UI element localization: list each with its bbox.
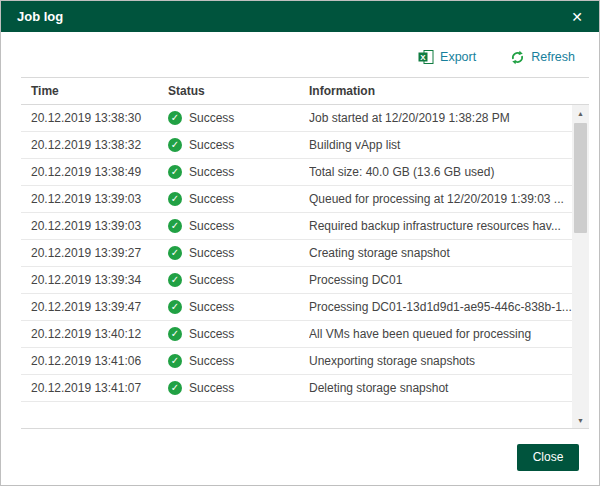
log-info: Processing DC01-13d1d9d1-ae95-446c-838b-… bbox=[309, 300, 572, 314]
log-status: ✓ Success bbox=[168, 111, 309, 125]
table-body: 20.12.2019 13:38:30 ✓ Success Job starte… bbox=[21, 105, 572, 428]
dialog-footer: Close bbox=[1, 429, 599, 485]
scroll-down-icon[interactable]: ▼ bbox=[572, 412, 589, 428]
excel-icon: X bbox=[418, 49, 434, 65]
success-icon: ✓ bbox=[168, 192, 182, 206]
status-label: Success bbox=[189, 165, 234, 179]
log-time: 20.12.2019 13:39:34 bbox=[21, 273, 168, 287]
log-info: All VMs have been queued for processing bbox=[309, 327, 572, 341]
refresh-icon bbox=[510, 50, 525, 65]
log-status: ✓ Success bbox=[168, 381, 309, 395]
log-status: ✓ Success bbox=[168, 165, 309, 179]
status-label: Success bbox=[189, 381, 234, 395]
log-info: Job started at 12/20/2019 1:38:28 PM bbox=[309, 111, 572, 125]
refresh-label: Refresh bbox=[531, 50, 575, 64]
success-icon: ✓ bbox=[168, 111, 182, 125]
log-info: Total size: 40.0 GB (13.6 GB used) bbox=[309, 165, 572, 179]
success-icon: ✓ bbox=[168, 219, 182, 233]
table-row[interactable]: 20.12.2019 13:38:32 ✓ Success Building v… bbox=[21, 132, 572, 159]
success-icon: ✓ bbox=[168, 300, 182, 314]
success-icon: ✓ bbox=[168, 381, 182, 395]
log-info: Required backup infrastructure resources… bbox=[309, 219, 572, 233]
log-time: 20.12.2019 13:40:12 bbox=[21, 327, 168, 341]
log-status: ✓ Success bbox=[168, 327, 309, 341]
log-time: 20.12.2019 13:38:49 bbox=[21, 165, 168, 179]
status-label: Success bbox=[189, 354, 234, 368]
column-header-information: Information bbox=[309, 84, 572, 98]
status-label: Success bbox=[189, 327, 234, 341]
table-row[interactable]: 20.12.2019 13:39:27 ✓ Success Creating s… bbox=[21, 240, 572, 267]
table-row[interactable]: 20.12.2019 13:38:49 ✓ Success Total size… bbox=[21, 159, 572, 186]
table-row[interactable]: 20.12.2019 13:40:12 ✓ Success All VMs ha… bbox=[21, 321, 572, 348]
log-time: 20.12.2019 13:38:32 bbox=[21, 138, 168, 152]
success-icon: ✓ bbox=[168, 327, 182, 341]
log-status: ✓ Success bbox=[168, 192, 309, 206]
column-header-time: Time bbox=[21, 84, 168, 98]
success-icon: ✓ bbox=[168, 165, 182, 179]
status-label: Success bbox=[189, 138, 234, 152]
status-label: Success bbox=[189, 219, 234, 233]
status-label: Success bbox=[189, 246, 234, 260]
log-time: 20.12.2019 13:38:30 bbox=[21, 111, 168, 125]
log-status: ✓ Success bbox=[168, 219, 309, 233]
log-status: ✓ Success bbox=[168, 138, 309, 152]
close-icon[interactable]: ✕ bbox=[567, 8, 587, 26]
log-time: 20.12.2019 13:39:27 bbox=[21, 246, 168, 260]
success-icon: ✓ bbox=[168, 246, 182, 260]
table-row[interactable]: 20.12.2019 13:41:07 ✓ Success Deleting s… bbox=[21, 375, 572, 402]
log-info: Creating storage snapshot bbox=[309, 246, 572, 260]
scroll-up-icon[interactable]: ▲ bbox=[572, 105, 589, 121]
table-header-row: Time Status Information bbox=[21, 78, 589, 105]
scrollbar-thumb[interactable] bbox=[574, 123, 587, 233]
status-label: Success bbox=[189, 192, 234, 206]
svg-text:X: X bbox=[420, 53, 426, 62]
log-time: 20.12.2019 13:41:07 bbox=[21, 381, 168, 395]
log-table: Time Status Information 20.12.2019 13:38… bbox=[21, 77, 589, 429]
success-icon: ✓ bbox=[168, 273, 182, 287]
log-status: ✓ Success bbox=[168, 246, 309, 260]
table-row[interactable]: 20.12.2019 13:41:06 ✓ Success Unexportin… bbox=[21, 348, 572, 375]
success-icon: ✓ bbox=[168, 138, 182, 152]
log-time: 20.12.2019 13:39:03 bbox=[21, 219, 168, 233]
refresh-button[interactable]: Refresh bbox=[510, 50, 575, 65]
toolbar: X Export Refresh bbox=[1, 32, 599, 77]
log-info: Unexporting storage snapshots bbox=[309, 354, 572, 368]
vertical-scrollbar[interactable]: ▲ ▼ bbox=[572, 105, 589, 428]
log-info: Queued for processing at 12/20/2019 1:39… bbox=[309, 192, 572, 206]
table-row[interactable]: 20.12.2019 13:39:03 ✓ Success Required b… bbox=[21, 213, 572, 240]
log-time: 20.12.2019 13:39:47 bbox=[21, 300, 168, 314]
table-row[interactable]: 20.12.2019 13:39:47 ✓ Success Processing… bbox=[21, 294, 572, 321]
job-log-dialog: Job log ✕ X Export Ref bbox=[0, 0, 600, 486]
table-row[interactable]: 20.12.2019 13:38:30 ✓ Success Job starte… bbox=[21, 105, 572, 132]
log-info: Deleting storage snapshot bbox=[309, 381, 572, 395]
close-button[interactable]: Close bbox=[517, 444, 579, 471]
dialog-titlebar: Job log ✕ bbox=[1, 1, 599, 32]
log-info: Processing DC01 bbox=[309, 273, 572, 287]
log-time: 20.12.2019 13:39:03 bbox=[21, 192, 168, 206]
log-time: 20.12.2019 13:41:06 bbox=[21, 354, 168, 368]
table-row[interactable]: 20.12.2019 13:39:03 ✓ Success Queued for… bbox=[21, 186, 572, 213]
success-icon: ✓ bbox=[168, 354, 182, 368]
log-status: ✓ Success bbox=[168, 273, 309, 287]
export-button[interactable]: X Export bbox=[418, 49, 476, 65]
status-label: Success bbox=[189, 273, 234, 287]
log-status: ✓ Success bbox=[168, 354, 309, 368]
log-info: Building vApp list bbox=[309, 138, 572, 152]
export-label: Export bbox=[440, 50, 476, 64]
log-status: ✓ Success bbox=[168, 300, 309, 314]
status-label: Success bbox=[189, 300, 234, 314]
dialog-title: Job log bbox=[17, 9, 63, 24]
column-header-status: Status bbox=[168, 84, 309, 98]
table-row[interactable]: 20.12.2019 13:39:34 ✓ Success Processing… bbox=[21, 267, 572, 294]
status-label: Success bbox=[189, 111, 234, 125]
